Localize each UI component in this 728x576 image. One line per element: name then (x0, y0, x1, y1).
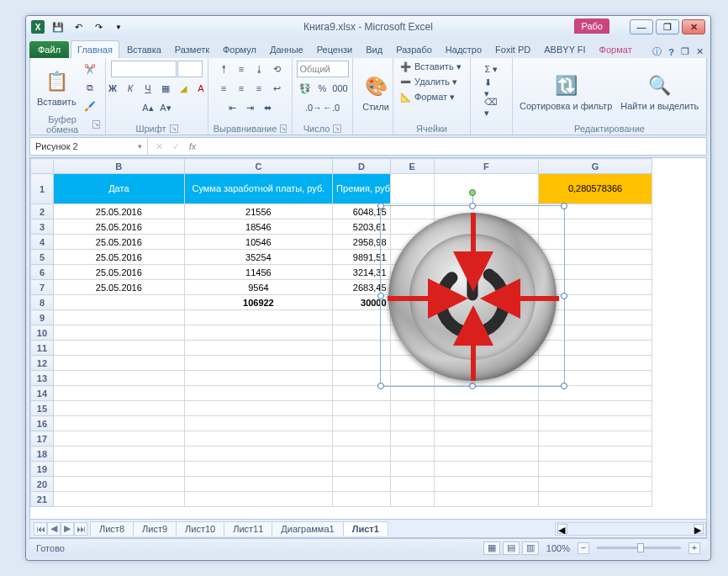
cell-B6[interactable]: 25.05.2016 (53, 265, 184, 280)
cell-B3[interactable]: 25.05.2016 (53, 219, 184, 235)
horizontal-scrollbar[interactable]: ◀ ▶ (555, 522, 706, 536)
autosum-button[interactable]: Σ ▾ (483, 61, 500, 77)
percent-button[interactable]: % (314, 80, 331, 97)
row-header-5[interactable]: 5 (31, 250, 54, 265)
italic-button[interactable]: К (122, 80, 139, 97)
cell-C3[interactable]: 18546 (184, 219, 332, 235)
cell-C13[interactable] (184, 371, 332, 386)
cell-C4[interactable]: 10546 (184, 235, 332, 250)
format-painter-button[interactable]: 🖌️ (82, 98, 98, 114)
col-header-B[interactable]: B (53, 159, 184, 174)
cell-C8[interactable]: 106922 (184, 295, 332, 310)
decrease-decimal-button[interactable]: ←.0 (323, 99, 340, 116)
font-name-combo[interactable] (111, 61, 177, 77)
row-header-6[interactable]: 6 (31, 265, 54, 280)
align-left-button[interactable]: ≡ (215, 80, 232, 97)
row-header-14[interactable]: 14 (31, 386, 54, 401)
minimize-button[interactable]: — (630, 19, 653, 34)
view-page-break-button[interactable]: ▥ (522, 542, 539, 555)
cell-E1[interactable] (390, 174, 434, 204)
cell-B18[interactable] (53, 447, 184, 462)
row-header-7[interactable]: 7 (31, 280, 54, 295)
cell-C16[interactable] (184, 416, 332, 431)
row-header-19[interactable]: 19 (31, 462, 54, 477)
font-dialog-launcher[interactable]: ↘ (170, 124, 178, 133)
help-icon[interactable]: ? (668, 47, 674, 57)
cell-C19[interactable] (184, 462, 332, 477)
cell-B8[interactable] (53, 295, 184, 310)
cell-D21[interactable] (333, 492, 391, 507)
tab-review[interactable]: Рецензи (311, 41, 359, 58)
cell-F1[interactable] (434, 174, 539, 204)
picture-selection-frame[interactable] (380, 205, 565, 387)
fill-color-button[interactable]: ◢ (175, 80, 192, 97)
qat-undo[interactable]: ↶ (70, 18, 87, 35)
zoom-in-button[interactable]: + (688, 542, 700, 554)
grow-font-button[interactable]: A▴ (140, 99, 156, 116)
zoom-level[interactable]: 100% (546, 543, 570, 553)
col-header-D[interactable]: D (333, 159, 391, 174)
cell-B2[interactable]: 25.05.2016 (53, 204, 184, 219)
cell-B13[interactable] (53, 371, 184, 386)
sheet-tab-Лист9[interactable]: Лист9 (133, 521, 177, 536)
view-page-layout-button[interactable]: ▤ (503, 542, 520, 555)
find-select-button[interactable]: 🔍 Найти и выделить (619, 71, 700, 113)
cell-C10[interactable] (184, 325, 332, 341)
row-header-4[interactable]: 4 (31, 235, 54, 250)
cell-B14[interactable] (53, 386, 184, 401)
col-header-G[interactable]: G (539, 159, 652, 174)
paste-button[interactable]: 📋 Вставить (35, 66, 78, 108)
cell-E15[interactable] (390, 401, 434, 416)
row-header-1[interactable]: 1 (31, 174, 54, 204)
cell-D20[interactable] (333, 477, 391, 492)
cells-delete-button[interactable]: ➖ Удалить ▾ (398, 76, 465, 88)
sheet-tab-Лист11[interactable]: Лист11 (224, 521, 272, 536)
rotation-handle[interactable] (469, 189, 476, 196)
close-button[interactable]: ✕ (682, 19, 705, 34)
cell-E14[interactable] (390, 386, 434, 401)
zoom-out-button[interactable]: − (578, 542, 589, 554)
alignment-dialog-launcher[interactable]: ↘ (280, 124, 287, 133)
cell-C9[interactable] (184, 310, 332, 325)
tab-addins[interactable]: Надстро (440, 41, 488, 58)
cell-B7[interactable]: 25.05.2016 (53, 280, 184, 295)
cell-D15[interactable] (333, 401, 391, 416)
resize-handle-l[interactable] (377, 293, 384, 299)
tab-nav-prev[interactable]: ◀ (47, 522, 61, 536)
number-dialog-launcher[interactable]: ↘ (333, 124, 341, 133)
tab-home[interactable]: Главная (71, 40, 119, 58)
row-header-17[interactable]: 17 (31, 431, 54, 447)
cell-C6[interactable]: 11456 (184, 265, 332, 280)
align-top-button[interactable]: ⭱ (215, 61, 232, 77)
cell-F16[interactable] (434, 416, 539, 431)
fx-icon[interactable]: fx (185, 139, 200, 154)
sheet-tab-Лист8[interactable]: Лист8 (90, 521, 134, 536)
accounting-button[interactable]: 💱 (297, 80, 314, 97)
cell-B10[interactable] (53, 325, 184, 341)
minimize-ribbon-icon[interactable]: ⓘ (652, 45, 662, 58)
row-header-2[interactable]: 2 (31, 204, 54, 219)
bold-button[interactable]: Ж (104, 80, 121, 97)
cell-G16[interactable] (539, 416, 652, 431)
cell-C2[interactable]: 21556 (184, 204, 332, 219)
clear-button[interactable]: ⌫ ▾ (483, 99, 500, 116)
sheet-tab-Лист10[interactable]: Лист10 (176, 521, 224, 536)
cell-E17[interactable] (390, 431, 434, 447)
row-header-8[interactable]: 8 (31, 295, 54, 310)
col-header-F[interactable]: F (434, 159, 539, 174)
increase-indent-button[interactable]: ⇥ (242, 99, 259, 116)
cell-E16[interactable] (390, 416, 434, 431)
comma-button[interactable]: 000 (332, 80, 349, 97)
cell-C1[interactable]: Сумма заработной платы, руб. (184, 174, 332, 204)
cell-D18[interactable] (333, 447, 391, 462)
cell-F14[interactable] (434, 386, 539, 401)
cell-B4[interactable]: 25.05.2016 (53, 235, 184, 250)
tab-format[interactable]: Формат (593, 41, 638, 58)
cell-B16[interactable] (53, 416, 184, 431)
cell-B12[interactable] (53, 356, 184, 371)
cell-C21[interactable] (184, 492, 332, 507)
cell-F19[interactable] (434, 462, 539, 477)
cell-C17[interactable] (184, 431, 332, 447)
orientation-button[interactable]: ⟲ (268, 61, 285, 77)
zoom-slider[interactable] (597, 547, 681, 549)
